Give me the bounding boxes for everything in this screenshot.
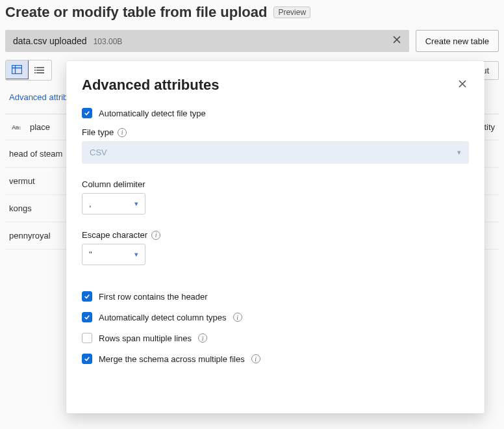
info-icon[interactable]: i — [151, 231, 160, 240]
escape-character-label: Escape character i — [82, 230, 469, 240]
auto-detect-cols-checkbox[interactable] — [82, 312, 92, 322]
merge-schema-row: Merge the schema across multiple files i — [82, 354, 469, 364]
rows-span-row: Rows span multiple lines i — [82, 333, 469, 343]
file-type-select: CSV ▾ — [82, 141, 469, 164]
info-icon[interactable]: i — [233, 313, 242, 322]
info-icon[interactable]: i — [118, 128, 127, 137]
rows-span-label: Rows span multiple lines — [99, 333, 192, 343]
chevron-down-icon: ▾ — [457, 148, 461, 157]
first-row-header-row: First row contains the header — [82, 291, 469, 302]
info-icon[interactable]: i — [198, 333, 207, 343]
merge-schema-checkbox[interactable] — [82, 354, 92, 364]
auto-detect-file-type-label: Automatically detect file type — [99, 109, 206, 118]
info-icon[interactable]: i — [251, 354, 260, 363]
auto-detect-file-type-checkbox[interactable] — [82, 108, 92, 118]
chevron-down-icon: ▾ — [134, 200, 138, 208]
rows-span-checkbox[interactable] — [82, 333, 92, 343]
escape-character-select[interactable]: " ▾ — [82, 244, 145, 265]
column-delimiter-select[interactable]: , ▾ — [82, 193, 145, 214]
close-modal-icon[interactable] — [456, 77, 469, 94]
options-group: First row contains the header Automatica… — [82, 291, 469, 364]
first-row-header-checkbox[interactable] — [82, 291, 92, 302]
file-type-label: File type i — [82, 127, 469, 137]
advanced-attributes-modal: Advanced attributes Automatically detect… — [66, 61, 485, 413]
chevron-down-icon: ▾ — [134, 250, 138, 259]
auto-detect-file-type-row: Automatically detect file type — [82, 108, 469, 118]
auto-detect-cols-row: Automatically detect column types i — [82, 312, 469, 322]
auto-detect-cols-label: Automatically detect column types — [99, 313, 227, 322]
first-row-header-label: First row contains the header — [99, 292, 208, 302]
merge-schema-label: Merge the schema across multiple files — [99, 354, 245, 364]
modal-header: Advanced attributes — [82, 77, 469, 94]
column-delimiter-label: Column delimiter — [82, 179, 469, 189]
modal-title: Advanced attributes — [82, 77, 220, 94]
